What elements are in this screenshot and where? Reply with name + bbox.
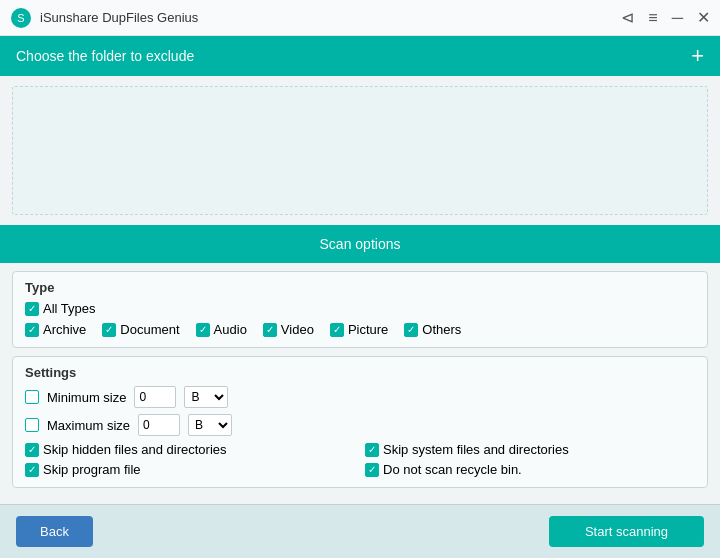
app-title: iSunshare DupFiles Genius [40, 10, 621, 25]
back-button[interactable]: Back [16, 516, 93, 547]
exclude-folder-title: Choose the folder to exclude [16, 48, 194, 64]
others-label: Others [422, 322, 461, 337]
document-checkbox-label[interactable]: Document [102, 322, 179, 337]
min-size-input[interactable] [134, 386, 176, 408]
all-types-checkbox-label[interactable]: All Types [25, 301, 96, 316]
min-size-row: Minimum size B KB MB GB [25, 386, 695, 408]
titlebar: S iSunshare DupFiles Genius ⊲ ≡ ─ ✕ [0, 0, 720, 36]
menu-icon[interactable]: ≡ [648, 9, 657, 27]
settings-group-title: Settings [25, 365, 695, 380]
min-size-checkbox-label[interactable] [25, 390, 39, 404]
scan-options-title: Scan options [320, 236, 401, 252]
all-types-label: All Types [43, 301, 96, 316]
others-checkbox-label[interactable]: Others [404, 322, 461, 337]
others-checkbox[interactable] [404, 323, 418, 337]
audio-label: Audio [214, 322, 247, 337]
type-checkboxes-row: Archive Document Audio Video Picture [25, 322, 695, 337]
max-size-checkbox[interactable] [25, 418, 39, 432]
no-recycle-label: Do not scan recycle bin. [383, 462, 522, 477]
scan-options-header: Scan options [0, 225, 720, 263]
max-size-checkbox-label[interactable] [25, 418, 39, 432]
min-size-unit-select[interactable]: B KB MB GB [184, 386, 228, 408]
audio-checkbox-label[interactable]: Audio [196, 322, 247, 337]
main-content: Choose the folder to exclude + Scan opti… [0, 36, 720, 504]
archive-checkbox-label[interactable]: Archive [25, 322, 86, 337]
settings-checkboxes: Skip hidden files and directories Skip s… [25, 442, 695, 477]
bottom-bar: Back Start scanning [0, 504, 720, 558]
close-icon[interactable]: ✕ [697, 8, 710, 27]
max-size-input[interactable] [138, 414, 180, 436]
archive-checkbox[interactable] [25, 323, 39, 337]
skip-hidden-checkbox-label[interactable]: Skip hidden files and directories [25, 442, 355, 457]
skip-hidden-label: Skip hidden files and directories [43, 442, 227, 457]
audio-checkbox[interactable] [196, 323, 210, 337]
type-group: Type All Types Archive Document [12, 271, 708, 348]
min-size-label: Minimum size [47, 390, 126, 405]
video-checkbox[interactable] [263, 323, 277, 337]
share-icon[interactable]: ⊲ [621, 8, 634, 27]
add-folder-button[interactable]: + [691, 45, 704, 67]
exclude-folder-area [12, 86, 708, 215]
archive-label: Archive [43, 322, 86, 337]
skip-program-checkbox[interactable] [25, 463, 39, 477]
max-size-label: Maximum size [47, 418, 130, 433]
max-size-row: Maximum size B KB MB GB [25, 414, 695, 436]
skip-hidden-checkbox[interactable] [25, 443, 39, 457]
min-size-checkbox[interactable] [25, 390, 39, 404]
skip-system-checkbox-label[interactable]: Skip system files and directories [365, 442, 695, 457]
all-types-checkbox[interactable] [25, 302, 39, 316]
all-types-row: All Types [25, 301, 695, 316]
start-scanning-button[interactable]: Start scanning [549, 516, 704, 547]
picture-checkbox[interactable] [330, 323, 344, 337]
skip-program-checkbox-label[interactable]: Skip program file [25, 462, 355, 477]
scan-options-body: Type All Types Archive Document [0, 263, 720, 504]
video-checkbox-label[interactable]: Video [263, 322, 314, 337]
skip-program-label: Skip program file [43, 462, 141, 477]
skip-system-label: Skip system files and directories [383, 442, 569, 457]
document-checkbox[interactable] [102, 323, 116, 337]
picture-checkbox-label[interactable]: Picture [330, 322, 388, 337]
exclude-folder-header: Choose the folder to exclude + [0, 36, 720, 76]
picture-label: Picture [348, 322, 388, 337]
document-label: Document [120, 322, 179, 337]
app-logo: S [10, 7, 32, 29]
skip-system-checkbox[interactable] [365, 443, 379, 457]
svg-text:S: S [17, 12, 24, 24]
video-label: Video [281, 322, 314, 337]
minimize-icon[interactable]: ─ [672, 9, 683, 27]
max-size-unit-select[interactable]: B KB MB GB [188, 414, 232, 436]
type-group-title: Type [25, 280, 695, 295]
no-recycle-checkbox-label[interactable]: Do not scan recycle bin. [365, 462, 695, 477]
no-recycle-checkbox[interactable] [365, 463, 379, 477]
window-controls: ⊲ ≡ ─ ✕ [621, 8, 710, 27]
settings-group: Settings Minimum size B KB MB GB [12, 356, 708, 488]
